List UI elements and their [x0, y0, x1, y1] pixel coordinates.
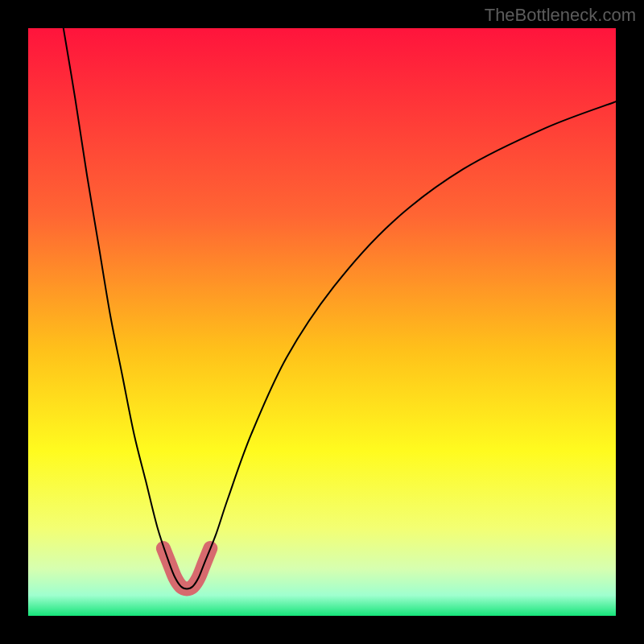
watermark-text: TheBottleneck.com [485, 5, 636, 26]
curve-layer [28, 28, 616, 616]
plot-area [28, 28, 616, 616]
chart-frame: TheBottleneck.com [0, 0, 644, 644]
bottleneck-curve [64, 28, 616, 588]
